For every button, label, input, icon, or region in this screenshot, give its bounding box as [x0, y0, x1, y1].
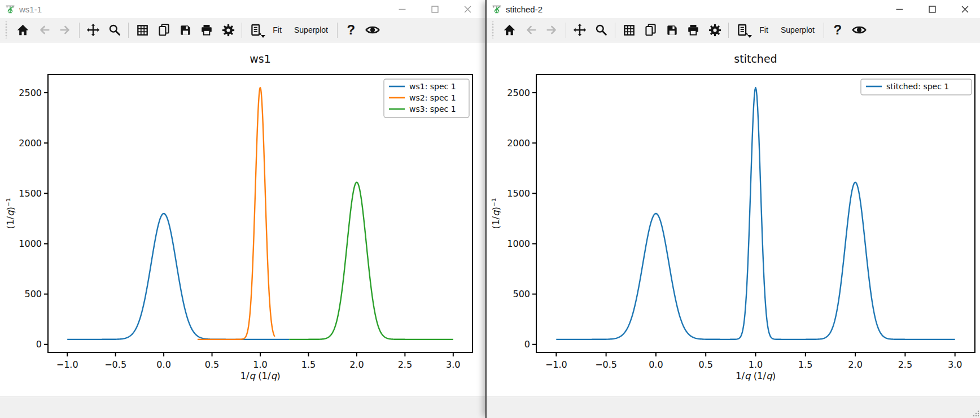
- home-button[interactable]: [499, 20, 519, 40]
- toolbar-separator: [728, 23, 729, 38]
- plot-ws1[interactable]: −1.0−0.50.00.51.01.52.02.53.005001000150…: [1, 42, 484, 397]
- x-axis-label: 1/q (1/q): [240, 371, 280, 381]
- visibility-toggle-button[interactable]: [362, 20, 383, 40]
- copy-button[interactable]: [154, 20, 174, 40]
- pan-icon: [86, 23, 100, 37]
- maximize-button[interactable]: [418, 0, 451, 18]
- legend-label: stitched: spec 1: [886, 82, 949, 91]
- grid-toggle-button[interactable]: [619, 20, 639, 40]
- x-tick-label: 0.5: [698, 359, 712, 370]
- x-tick-label: 2.0: [848, 359, 862, 370]
- zoom-button[interactable]: [104, 20, 125, 40]
- window-title: ws1-1: [19, 5, 42, 14]
- x-tick-label: 2.5: [398, 359, 412, 370]
- close-button[interactable]: [948, 0, 980, 18]
- fit-button[interactable]: Fit: [754, 20, 774, 40]
- plot-stitched[interactable]: −1.0−0.50.00.51.01.52.02.53.005001000150…: [487, 42, 979, 397]
- legend-label: ws3: spec 1: [409, 104, 456, 114]
- arrow-left-icon: [524, 24, 537, 36]
- plot-toolbar: FitSuperplot?: [0, 18, 485, 42]
- toolbar-drag-handle[interactable]: [491, 21, 495, 38]
- maximize-button[interactable]: [916, 0, 948, 18]
- arrow-left-icon: [38, 24, 50, 36]
- window-stitched-2: stitched-2 FitSuperplot? −1.0−0.50.00.51…: [485, 0, 980, 418]
- maximize-icon: [431, 6, 439, 13]
- toolbar-separator: [128, 23, 129, 38]
- grid-icon: [137, 24, 148, 36]
- titlebar[interactable]: stitched-2: [487, 0, 980, 18]
- superplot-button[interactable]: Superplot: [775, 20, 820, 40]
- close-icon: [961, 6, 969, 13]
- superplot-button[interactable]: Superplot: [288, 20, 334, 40]
- window-ws1-1: ws1-1 FitSuperplot? −1.0−0.50.00.51.01.5…: [0, 0, 485, 418]
- x-tick-label: 1.0: [253, 359, 267, 370]
- gear-icon: [708, 24, 721, 37]
- copy-icon: [158, 24, 170, 36]
- save-icon: [666, 24, 678, 36]
- copy-button[interactable]: [640, 20, 660, 40]
- resize-grip[interactable]: [972, 410, 980, 417]
- figure-canvas[interactable]: −1.0−0.50.00.51.01.52.02.53.005001000150…: [487, 42, 979, 397]
- forward-button[interactable]: [542, 20, 562, 40]
- pan-button[interactable]: [570, 20, 590, 40]
- y-tick-label: 1500: [507, 188, 530, 199]
- x-tick-label: 0.0: [649, 359, 663, 370]
- generate-script-button[interactable]: [246, 20, 266, 40]
- titlebar[interactable]: ws1-1: [0, 0, 485, 18]
- fit-button[interactable]: Fit: [267, 20, 287, 40]
- grid-toggle-button[interactable]: [132, 20, 152, 40]
- save-button[interactable]: [175, 20, 195, 40]
- close-icon: [464, 6, 471, 13]
- zoom-icon: [108, 24, 121, 36]
- figure-canvas[interactable]: −1.0−0.50.00.51.01.52.02.53.005001000150…: [1, 42, 484, 397]
- x-tick-label: 1.5: [301, 359, 316, 370]
- print-button[interactable]: [683, 20, 703, 40]
- help-button[interactable]: ?: [341, 20, 361, 40]
- zoom-button[interactable]: [591, 20, 611, 40]
- plot-title: ws1: [250, 53, 271, 65]
- pan-icon: [573, 23, 587, 37]
- window-bottom-strip: [0, 397, 485, 418]
- visibility-toggle-button[interactable]: [849, 20, 869, 40]
- x-tick-label: 2.5: [898, 359, 912, 370]
- home-button[interactable]: [12, 20, 33, 40]
- back-button[interactable]: [34, 20, 54, 40]
- minimize-icon: [896, 6, 903, 13]
- help-button[interactable]: ?: [828, 20, 848, 40]
- settings-button[interactable]: [218, 20, 238, 40]
- settings-button[interactable]: [705, 20, 725, 40]
- y-tick-label: 0: [524, 339, 530, 350]
- y-tick-label: 0: [36, 339, 42, 350]
- minimize-button[interactable]: [883, 0, 916, 18]
- y-tick-label: 1500: [19, 188, 42, 199]
- generate-script-button[interactable]: [732, 20, 753, 40]
- x-tick-label: 2.0: [349, 359, 364, 370]
- home-icon: [16, 24, 29, 37]
- script-icon: [736, 24, 749, 36]
- window-title: stitched-2: [506, 5, 542, 14]
- pan-button[interactable]: [83, 20, 103, 40]
- minimize-icon: [399, 6, 406, 13]
- y-tick-label: 500: [24, 289, 42, 299]
- back-button[interactable]: [520, 20, 541, 40]
- script-icon: [250, 24, 262, 36]
- legend-label: ws2: spec 1: [409, 93, 456, 102]
- copy-icon: [645, 24, 657, 36]
- zoom-icon: [595, 24, 607, 36]
- print-icon: [200, 24, 213, 36]
- toolbar-separator: [566, 23, 566, 38]
- minimize-button[interactable]: [386, 0, 418, 18]
- x-tick-label: 1.5: [798, 359, 812, 370]
- window-controls: [883, 0, 980, 18]
- close-button[interactable]: [451, 0, 484, 18]
- toolbar-drag-handle[interactable]: [5, 21, 8, 38]
- forward-button[interactable]: [55, 20, 76, 40]
- save-button[interactable]: [662, 20, 682, 40]
- y-tick-label: 2500: [507, 88, 530, 98]
- grid-icon: [623, 24, 635, 36]
- print-button[interactable]: [196, 20, 217, 40]
- x-axis-label: 1/q (1/q): [736, 371, 776, 381]
- x-tick-label: 3.0: [446, 359, 460, 370]
- mantid-logo-icon: [5, 4, 15, 14]
- y-tick-label: 1000: [507, 238, 530, 249]
